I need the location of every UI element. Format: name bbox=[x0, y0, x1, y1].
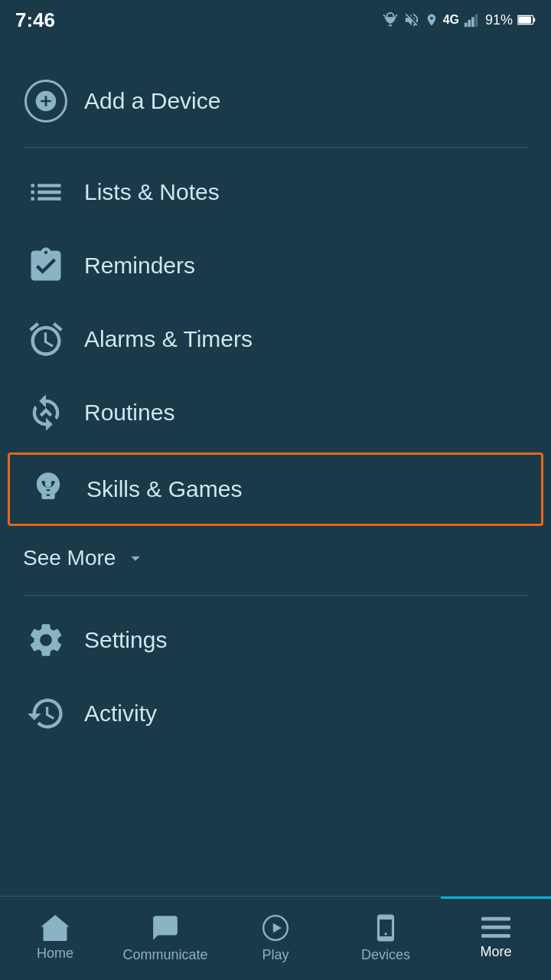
skills-icon bbox=[25, 469, 71, 509]
nav-more[interactable]: More bbox=[441, 897, 551, 980]
signal-bars-icon bbox=[464, 12, 481, 28]
skills-games-item[interactable]: Skills & Games bbox=[8, 452, 543, 526]
svg-marker-11 bbox=[41, 915, 69, 926]
lists-notes-label: Lists & Notes bbox=[84, 179, 220, 205]
nav-communicate[interactable]: Communicate bbox=[110, 897, 220, 980]
svg-rect-1 bbox=[468, 20, 471, 27]
see-more-label: See More bbox=[23, 546, 116, 570]
see-more-button[interactable]: See More bbox=[0, 529, 551, 587]
reminders-label: Reminders bbox=[84, 253, 195, 279]
add-device-label: Add a Device bbox=[84, 88, 220, 114]
location-status-icon bbox=[425, 11, 439, 28]
nav-home-label: Home bbox=[37, 946, 73, 962]
svg-rect-8 bbox=[44, 924, 67, 941]
nav-devices-label: Devices bbox=[361, 947, 410, 963]
routines-item[interactable]: Routines bbox=[0, 376, 551, 449]
svg-rect-14 bbox=[481, 917, 510, 921]
bottom-nav: Home Communicate Play Devices More bbox=[0, 896, 551, 980]
svg-rect-2 bbox=[471, 17, 474, 27]
svg-rect-5 bbox=[533, 18, 535, 22]
chevron-down-icon bbox=[125, 547, 146, 569]
svg-rect-3 bbox=[475, 15, 478, 27]
activity-icon bbox=[23, 694, 69, 733]
nav-more-label: More bbox=[480, 944, 511, 960]
mute-status-icon bbox=[403, 11, 420, 28]
settings-label: Settings bbox=[84, 627, 167, 653]
nav-devices[interactable]: Devices bbox=[331, 897, 441, 980]
nav-play-label: Play bbox=[262, 947, 289, 963]
nav-home[interactable]: Home bbox=[0, 897, 110, 980]
alarms-timers-item[interactable]: Alarms & Timers bbox=[0, 302, 551, 376]
svg-point-7 bbox=[45, 481, 52, 488]
routines-icon bbox=[23, 393, 69, 433]
lists-notes-item[interactable]: Lists & Notes bbox=[0, 155, 551, 229]
devices-icon bbox=[371, 913, 400, 942]
add-device-item[interactable]: Add a Device bbox=[0, 63, 551, 139]
alarm-status-icon bbox=[382, 11, 399, 28]
menu-area: Add a Device Lists & Notes Reminders Ala… bbox=[0, 40, 551, 750]
svg-rect-16 bbox=[481, 934, 510, 938]
svg-rect-0 bbox=[465, 23, 468, 27]
svg-rect-10 bbox=[57, 930, 63, 941]
svg-rect-15 bbox=[481, 926, 510, 929]
divider-2 bbox=[23, 595, 528, 596]
activity-item[interactable]: Activity bbox=[0, 677, 551, 750]
battery-icon bbox=[517, 14, 536, 26]
reminders-icon bbox=[23, 246, 69, 286]
settings-icon bbox=[23, 620, 69, 660]
alarms-icon bbox=[23, 319, 69, 359]
skills-games-label: Skills & Games bbox=[86, 476, 242, 502]
play-icon bbox=[261, 913, 290, 942]
add-device-icon-wrapper bbox=[23, 80, 69, 122]
home-icon bbox=[41, 915, 70, 941]
communicate-icon bbox=[151, 913, 180, 942]
svg-rect-9 bbox=[48, 930, 54, 941]
status-icons: 4G 91% bbox=[382, 11, 536, 28]
active-tab-indicator bbox=[441, 897, 551, 899]
svg-marker-13 bbox=[273, 923, 282, 933]
divider-1 bbox=[23, 147, 528, 148]
more-menu-icon bbox=[481, 916, 510, 939]
alarms-timers-label: Alarms & Timers bbox=[84, 326, 253, 352]
nav-play[interactable]: Play bbox=[220, 897, 331, 980]
lists-icon bbox=[23, 172, 69, 212]
battery-status: 91% bbox=[485, 12, 513, 28]
settings-item[interactable]: Settings bbox=[0, 603, 551, 677]
nav-communicate-label: Communicate bbox=[122, 947, 207, 963]
status-time: 7:46 bbox=[15, 8, 55, 32]
routines-label: Routines bbox=[84, 400, 174, 426]
status-bar: 7:46 4G 91% bbox=[0, 0, 551, 40]
signal-status-icon: 4G bbox=[443, 13, 459, 27]
activity-label: Activity bbox=[84, 701, 157, 727]
plus-circle-icon bbox=[24, 80, 67, 122]
svg-rect-6 bbox=[518, 17, 531, 24]
reminders-item[interactable]: Reminders bbox=[0, 229, 551, 302]
